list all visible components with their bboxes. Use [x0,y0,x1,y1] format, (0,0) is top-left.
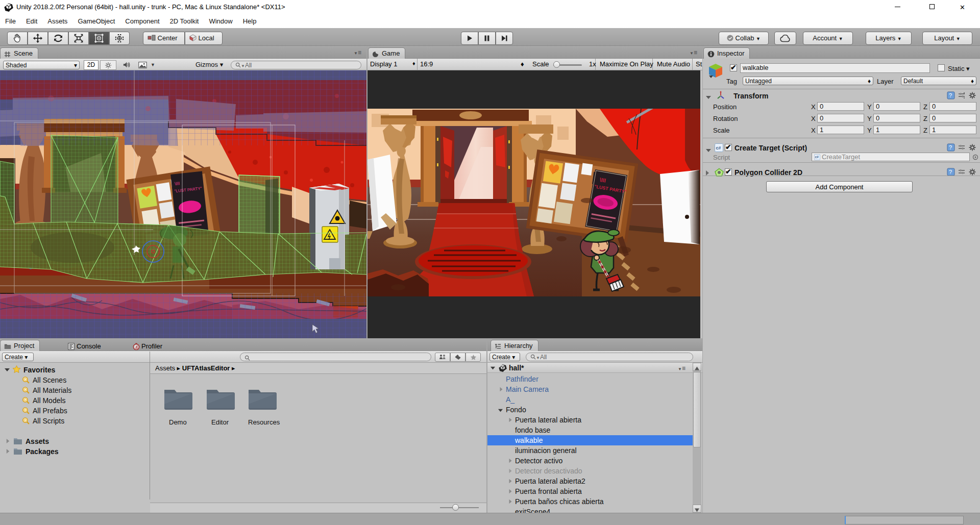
svg-text:?: ? [949,92,952,98]
svg-text:\III: \III [175,181,180,186]
svg-text:?: ? [949,144,952,151]
svg-text:\III: \III [599,177,606,184]
svg-text:?: ? [949,169,952,175]
svg-text:c#: c# [815,155,819,159]
svg-text:c#: c# [716,145,721,151]
